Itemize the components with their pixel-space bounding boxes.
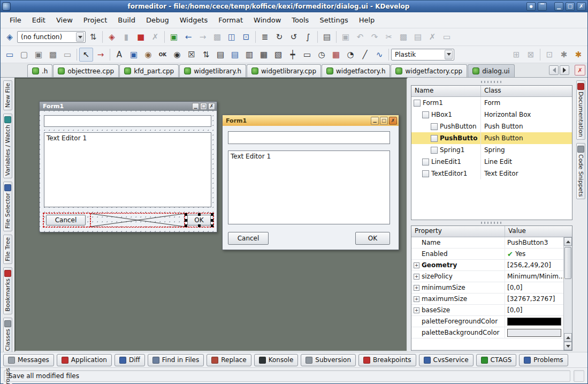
column-header-name[interactable]: Name: [411, 86, 481, 96]
minimize-icon[interactable]: [371, 117, 379, 125]
timeedit-widget-icon[interactable]: ◔: [343, 48, 357, 62]
property-row-enabled[interactable]: Enabled ✔Yes: [411, 249, 563, 260]
panel-splitter[interactable]: [411, 220, 572, 225]
style-combo[interactable]: Plastik: [391, 49, 454, 61]
toolview-problems[interactable]: Problems: [519, 354, 568, 366]
picture-widget-icon[interactable]: ◉: [141, 48, 155, 62]
listbox-widget-icon[interactable]: ▤: [213, 48, 227, 62]
connect-signal-icon[interactable]: →: [94, 48, 108, 62]
form-editor-window[interactable]: Form1 Text Editor 1 Cancel: [39, 101, 217, 232]
expand-icon[interactable]: [414, 307, 419, 313]
tree-row-lineedit1[interactable]: LineEdit1 Line Edit: [411, 156, 572, 168]
lineedit-widget-icon[interactable]: ▭: [300, 48, 314, 62]
radiobutton-widget-icon[interactable]: ◉: [170, 48, 184, 62]
hbox-cell-cancel[interactable]: Cancel: [43, 213, 90, 227]
line-widget-icon[interactable]: ╱: [358, 48, 372, 62]
frame-widget-icon[interactable]: ▭: [3, 48, 17, 62]
line-edit-widget[interactable]: [44, 115, 211, 127]
tab-objecttree-cpp[interactable]: objecttree.cpp: [53, 64, 119, 77]
scrollbar-thumb[interactable]: [564, 247, 571, 279]
tree-row-pushbutton3[interactable]: PushButto Push Button: [411, 132, 572, 144]
selection-handle[interactable]: [185, 224, 187, 227]
integrate-function-icon[interactable]: ∫: [301, 30, 315, 44]
tab-kfd-part-cpp[interactable]: kfd_part.cpp: [119, 64, 179, 77]
selection-handle[interactable]: [185, 219, 187, 222]
tab-file-0[interactable]: .h: [27, 64, 52, 77]
property-row-minimumsize[interactable]: minimumSize [0,0]: [411, 282, 563, 293]
stop-icon[interactable]: ■: [134, 30, 148, 44]
dock-tab-classes[interactable]: Classes: [3, 318, 12, 353]
minimize-button[interactable]: [554, 2, 563, 11]
dock-tab-new-file[interactable]: New File: [3, 80, 12, 110]
dock-tab-variables-watch[interactable]: Variables / Watch: [3, 114, 12, 178]
maximize-icon[interactable]: [380, 117, 388, 125]
dateedit-widget-icon[interactable]: ▦: [329, 48, 343, 62]
sort-icon[interactable]: ≣: [258, 30, 272, 44]
pushbutton-widget-icon[interactable]: OK: [156, 48, 170, 62]
toolview-messages[interactable]: Messages: [3, 354, 54, 366]
menu-build[interactable]: Build: [113, 14, 140, 26]
checkbox-widget-icon[interactable]: ☒: [185, 48, 198, 62]
scroll-tabs-right-button[interactable]: [560, 65, 569, 75]
dock-tab-code-snippets[interactable]: Code Snippets: [576, 143, 585, 199]
form-design-surface[interactable]: Text Editor 1 Cancel OK: [40, 111, 217, 232]
property-row-name[interactable]: Name PushButton3: [411, 237, 563, 249]
toolview-application[interactable]: Application: [57, 354, 112, 366]
property-row-basesize[interactable]: baseSize [0,0]: [411, 305, 563, 316]
new-window-icon[interactable]: ▣: [167, 30, 181, 44]
slider-widget-icon[interactable]: ┿: [286, 48, 300, 62]
tree-row-hbox1[interactable]: HBox1 Horizontal Box: [411, 109, 572, 121]
dock-tab-file-selector[interactable]: File Selector: [3, 182, 12, 231]
column-header-property[interactable]: Property: [411, 226, 505, 237]
form-editor-canvas[interactable]: Form1 Text Editor 1 Cancel: [14, 78, 408, 352]
chevron-down-icon[interactable]: [445, 50, 453, 59]
tree-row-spring1[interactable]: Spring1 Spring: [411, 144, 572, 156]
spinbox-widget-icon[interactable]: ⇅: [199, 48, 213, 62]
scroll-down-button[interactable]: [564, 342, 572, 350]
pixmap-label-icon[interactable]: ▣: [127, 48, 141, 62]
cancel-button-widget[interactable]: Cancel: [46, 215, 86, 225]
menu-project[interactable]: Project: [79, 14, 112, 26]
listview-widget-icon[interactable]: ▧: [271, 48, 285, 62]
toolview-subversion[interactable]: Subversion: [301, 354, 356, 366]
tab-dialog-ui[interactable]: dialog.ui: [468, 64, 514, 77]
toolview-replace[interactable]: Replace: [207, 354, 251, 366]
close-tab-button[interactable]: [575, 65, 585, 76]
text-editor-widget[interactable]: Text Editor 1: [44, 132, 211, 207]
selection-handle[interactable]: [211, 213, 213, 216]
expand-icon[interactable]: [414, 285, 419, 291]
configure-icon[interactable]: ✱: [571, 48, 585, 62]
label-widget-icon[interactable]: A: [112, 48, 126, 62]
titlebar[interactable]: formeditor - file:/home/cece/temp/koffic…: [1, 1, 587, 12]
toolview-find-in-files[interactable]: Find in Files: [148, 354, 204, 366]
toolview-diff[interactable]: Diff: [114, 354, 145, 366]
combobox-widget-icon[interactable]: ▥: [242, 48, 256, 62]
menu-tools[interactable]: Tools: [287, 14, 314, 26]
scroll-up-button[interactable]: [564, 237, 572, 246]
frame2-widget-icon[interactable]: ▭: [60, 48, 74, 62]
property-row-maximumsize[interactable]: maximumSize [32767,32767]: [411, 293, 563, 305]
text-editor[interactable]: Text Editor 1: [228, 150, 390, 224]
close-icon[interactable]: [208, 103, 215, 110]
expand-icon[interactable]: [414, 262, 419, 268]
form-preview-titlebar[interactable]: Form1: [223, 115, 399, 126]
tab-widgetlibrary-h[interactable]: widgetlibrary.h: [179, 64, 246, 77]
menu-window[interactable]: Window: [249, 14, 286, 26]
curve-widget-icon[interactable]: ∿: [372, 48, 386, 62]
ok-button-widget[interactable]: OK: [187, 215, 211, 225]
column-header-value[interactable]: Value: [505, 226, 572, 237]
hbox-layout[interactable]: Cancel OK: [43, 213, 214, 228]
menu-settings[interactable]: Settings: [315, 14, 353, 26]
chevron-down-icon[interactable]: [76, 32, 84, 42]
expand-icon[interactable]: [414, 274, 419, 280]
dock-tab-documentation[interactable]: Documentation: [576, 80, 585, 140]
toolview-cvsservice[interactable]: CvsService: [419, 354, 474, 366]
scroll-up-button-2[interactable]: [564, 333, 572, 342]
groupbox-widget-icon[interactable]: ▢: [17, 48, 31, 62]
spring-widget[interactable]: [90, 213, 185, 227]
document-icon[interactable]: ▤: [320, 30, 334, 44]
menu-format[interactable]: Format: [213, 14, 248, 26]
close-icon[interactable]: [389, 117, 397, 125]
scrollbar-track[interactable]: [564, 246, 572, 333]
selection-handle[interactable]: [198, 213, 201, 216]
